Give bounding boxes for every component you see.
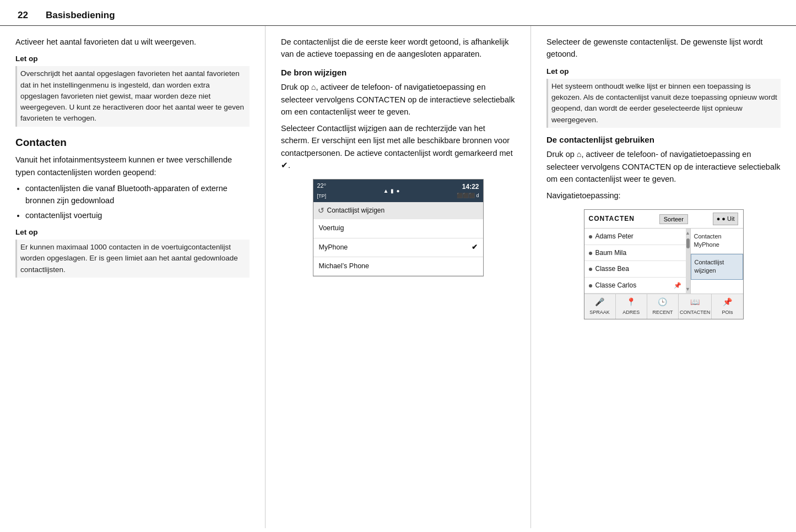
section-heading-contacten: Contacten bbox=[15, 134, 250, 150]
note3-text: Het systeem onthoudt welke lijst er binn… bbox=[546, 79, 781, 128]
chapter-title: Basisbediening bbox=[46, 10, 115, 21]
contacts-header: CONTACTEN Sorteer ● ● Uit bbox=[584, 210, 743, 229]
note-box-3: Let op Het systeem onthoudt welke lijst … bbox=[546, 66, 781, 128]
note2-label: Let op bbox=[15, 227, 250, 238]
footer-button[interactable]: 📍ADRES bbox=[616, 294, 647, 319]
column-2: De contactenlijst die de eerste keer wor… bbox=[266, 26, 531, 528]
circle-icon: ● bbox=[717, 214, 721, 224]
device-status-bar: 22° [TP] ▲ ▮ ● 14:22 ⬛⬛⬛ d bbox=[313, 180, 483, 202]
col1-intro: Activeer het aantal favorieten dat u wil… bbox=[15, 36, 250, 48]
device-temp: 22° [TP] bbox=[317, 181, 327, 200]
toggle-label: ● Uit bbox=[722, 214, 734, 224]
footer-label: RECENT bbox=[652, 309, 673, 317]
device-menu-header: ↺ Contactlijst wijzigen bbox=[313, 202, 483, 220]
device-mockup: 22° [TP] ▲ ▮ ● 14:22 ⬛⬛⬛ d ↺ Contactlijs… bbox=[313, 179, 484, 276]
page-header: 22 Basisbediening bbox=[0, 0, 796, 26]
footer-label: POIs bbox=[722, 309, 733, 317]
section-intro: Vanuit het infotainmentsysteem kunnen er… bbox=[15, 154, 250, 178]
scrollbar-thumb[interactable] bbox=[686, 238, 690, 248]
bullet-item-2: contactenlijst voertuig bbox=[25, 210, 250, 222]
col2-para1: Druk op ⌂, activeer de telefoon- of navi… bbox=[281, 81, 515, 118]
device-item-check: ✔ bbox=[472, 242, 478, 253]
device-item-label: Voertuig bbox=[319, 223, 344, 234]
nav-label: Navigatietoepassing: bbox=[546, 189, 781, 202]
contact-dot-icon bbox=[589, 252, 592, 255]
contacts-footer: 🎤SPRAAK📍ADRES🕒RECENT📖CONTACTEN📌POIs bbox=[584, 294, 743, 319]
contact-item[interactable]: Baum Mila bbox=[584, 245, 686, 262]
contact-name: Adams Peter bbox=[595, 232, 633, 240]
device-icons: ▲ ▮ ● bbox=[383, 187, 400, 196]
col3-para1: Druk op ⌂, activeer de telefoon- of navi… bbox=[546, 148, 781, 185]
device-time: 14:22 ⬛⬛⬛ d bbox=[457, 182, 479, 200]
contact-dot-icon bbox=[589, 235, 592, 238]
device-list: VoertuigMyPhone✔Michael’s Phone bbox=[313, 219, 483, 276]
col3-intro: Selecteer de gewenste contactenlijst. De… bbox=[546, 36, 781, 61]
note2-text: Er kunnen maximaal 1000 contacten in de … bbox=[15, 240, 250, 278]
contact-name: Baum Mila bbox=[595, 249, 627, 257]
contact-item[interactable]: Classe Carlos📌 bbox=[584, 278, 686, 294]
column-3: Selecteer de gewenste contactenlijst. De… bbox=[531, 26, 796, 528]
right-panel-item[interactable]: Contactlijst wijzigen bbox=[691, 254, 743, 280]
footer-icon: 📌 bbox=[723, 296, 732, 308]
menu-label: Contactlijst wijzigen bbox=[327, 205, 385, 216]
page-number: 22 bbox=[18, 10, 28, 21]
device-list-item[interactable]: MyPhone✔ bbox=[313, 238, 483, 257]
subsection-heading-gebruiken: De contactenlijst gebruiken bbox=[546, 133, 781, 146]
footer-label: CONTACTEN bbox=[680, 309, 710, 317]
toggle-button[interactable]: ● ● Uit bbox=[713, 213, 739, 225]
footer-icon: 📖 bbox=[690, 296, 700, 308]
contacts-mockup: CONTACTEN Sorteer ● ● Uit Adams PeterBau… bbox=[584, 209, 744, 319]
device-list-item[interactable]: Voertuig bbox=[313, 219, 483, 238]
pin-icon: 📌 bbox=[674, 281, 681, 290]
footer-button[interactable]: 🎤SPRAAK bbox=[584, 294, 616, 319]
footer-icon: 📍 bbox=[626, 296, 636, 308]
footer-icon: 🕒 bbox=[658, 296, 667, 308]
note1-label: Let op bbox=[15, 53, 250, 65]
bullet-list: contactenlijsten die vanaf Bluetooth-app… bbox=[25, 183, 250, 221]
device-item-label: Michael’s Phone bbox=[319, 261, 370, 272]
contacts-title: CONTACTEN bbox=[589, 214, 635, 224]
footer-label: SPRAAK bbox=[589, 309, 610, 317]
footer-button[interactable]: 📌POIs bbox=[712, 294, 743, 319]
note3-label: Let op bbox=[546, 66, 781, 78]
contacts-left-panel: Adams PeterBaum MilaClasse BeaClasse Car… bbox=[584, 229, 691, 294]
contacts-items: Adams PeterBaum MilaClasse BeaClasse Car… bbox=[584, 229, 686, 294]
col2-para2: Selecteer Contactlijst wijzigen aan de r… bbox=[281, 122, 515, 172]
sort-button[interactable]: Sorteer bbox=[659, 214, 688, 224]
scrollbar[interactable]: ▲ ▼ bbox=[686, 229, 690, 294]
contacts-right-panel: Contacten MyPhoneContactlijst wijzigen bbox=[691, 229, 743, 294]
device-list-item[interactable]: Michael’s Phone bbox=[313, 257, 483, 276]
contact-item[interactable]: Classe Bea bbox=[584, 261, 686, 278]
footer-button[interactable]: 🕒RECENT bbox=[647, 294, 679, 319]
note1-text: Overschrijdt het aantal opgeslagen favor… bbox=[15, 66, 250, 126]
column-1: Activeer het aantal favorieten dat u wil… bbox=[0, 26, 266, 528]
note-box-2: Let op Er kunnen maximaal 1000 contacten… bbox=[15, 227, 250, 278]
footer-label: ADRES bbox=[622, 309, 640, 317]
col2-intro: De contactenlijst die de eerste keer wor… bbox=[281, 36, 515, 61]
device-item-label: MyPhone bbox=[319, 242, 348, 253]
subsection-heading-bron: De bron wijzigen bbox=[281, 66, 515, 79]
back-arrow-icon: ↺ bbox=[318, 205, 324, 217]
contact-item[interactable]: Adams Peter bbox=[584, 229, 686, 245]
contacts-list-area: Adams PeterBaum MilaClasse BeaClasse Car… bbox=[584, 229, 743, 294]
contact-dot-icon bbox=[589, 284, 592, 287]
content-area: Activeer het aantal favorieten dat u wil… bbox=[0, 26, 796, 528]
footer-icon: 🎤 bbox=[595, 296, 604, 308]
right-panel-item[interactable]: Contacten MyPhone bbox=[691, 229, 743, 254]
footer-button[interactable]: 📖CONTACTEN bbox=[679, 294, 712, 319]
contact-name: Classe Bea bbox=[595, 265, 629, 273]
bullet-item-1: contactenlijsten die vanaf Bluetooth-app… bbox=[25, 183, 250, 207]
note-box-1: Let op Overschrijdt het aantal opgeslage… bbox=[15, 53, 250, 126]
contact-name: Classe Carlos bbox=[595, 281, 637, 289]
contact-dot-icon bbox=[589, 268, 592, 271]
